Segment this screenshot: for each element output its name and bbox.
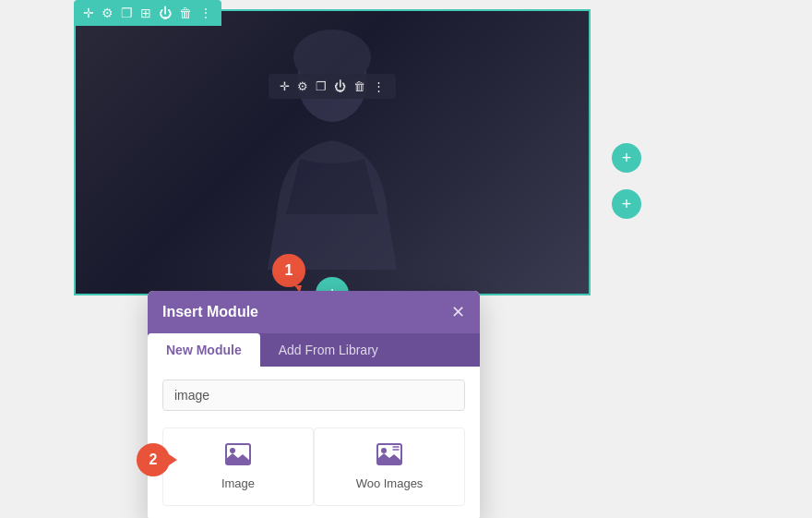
image-module-label: Image <box>221 476 255 490</box>
step-badge-1: 1 <box>272 254 305 287</box>
inner-power-icon[interactable]: ⏻ <box>334 79 346 93</box>
add-row-button-1[interactable]: + <box>612 143 641 173</box>
panel-tabs: New Module Add From Library <box>148 333 480 367</box>
svg-point-3 <box>230 448 235 453</box>
add-row-button-2[interactable]: + <box>612 189 641 219</box>
tab-add-from-library[interactable]: Add From Library <box>260 333 397 367</box>
panel-header: Insert Module ✕ <box>148 291 480 333</box>
columns-icon[interactable]: ⊞ <box>140 6 151 20</box>
module-item-image[interactable]: Image <box>162 428 314 506</box>
duplicate-icon[interactable]: ❐ <box>121 6 133 20</box>
inner-settings-icon[interactable]: ⚙ <box>297 79 308 93</box>
inner-more-icon[interactable]: ⋮ <box>373 79 385 93</box>
step-badge-2: 2 <box>137 443 170 476</box>
close-panel-button[interactable]: ✕ <box>451 302 465 322</box>
module-item-woo-images[interactable]: Woo Images <box>314 428 465 506</box>
insert-module-panel: Insert Module ✕ New Module Add From Libr… <box>148 291 480 518</box>
panel-title: Insert Module <box>162 304 258 320</box>
person-silhouette <box>249 30 415 270</box>
image-module-icon <box>225 443 251 471</box>
inner-move-icon[interactable]: ✛ <box>280 79 290 93</box>
inner-trash-icon[interactable]: 🗑 <box>353 79 365 93</box>
editor-section: ✛ ⚙ ❐ ⏻ 🗑 ⋮ + <box>74 9 591 295</box>
power-icon[interactable]: ⏻ <box>159 6 172 20</box>
inner-duplicate-icon[interactable]: ❐ <box>316 79 327 93</box>
settings-icon[interactable]: ⚙ <box>102 6 113 20</box>
toolbar-top: ✛ ⚙ ❐ ⊞ ⏻ 🗑 ⋮ <box>74 0 221 26</box>
trash-icon[interactable]: 🗑 <box>179 6 192 20</box>
search-section <box>148 367 480 420</box>
search-input[interactable] <box>162 379 465 411</box>
woo-images-module-label: Woo Images <box>356 476 424 490</box>
toolbar-inner: ✛ ⚙ ❐ ⏻ 🗑 ⋮ <box>269 74 396 99</box>
move-icon[interactable]: ✛ <box>83 6 94 20</box>
tab-new-module[interactable]: New Module <box>148 333 260 367</box>
svg-point-5 <box>381 448 387 453</box>
more-icon[interactable]: ⋮ <box>199 6 212 20</box>
woo-images-module-icon <box>376 443 402 471</box>
module-grid: Image Woo Images <box>148 420 480 518</box>
